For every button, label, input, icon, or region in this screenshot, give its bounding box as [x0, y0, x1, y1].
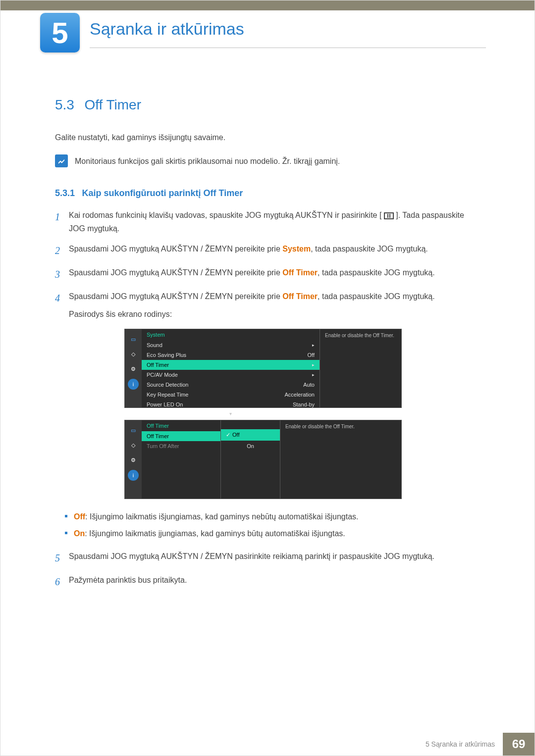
top-band — [0, 0, 535, 10]
section-number: 5.3 — [55, 97, 74, 113]
step-6: 6 Pažymėta parinktis bus pritaikyta. — [55, 573, 471, 590]
note-icon — [55, 154, 68, 167]
highlight: Off Timer — [282, 268, 318, 277]
osd-row-eco[interactable]: Eco Saving PlusOff — [142, 350, 320, 360]
step-text: Spausdami JOG mygtuką AUKŠTYN / ŽEMYN pe… — [69, 245, 282, 253]
osd-row-sound[interactable]: Sound▸ — [142, 340, 320, 350]
step-body: Spausdami JOG mygtuką AUKŠTYN / ŽEMYN pe… — [69, 290, 471, 320]
step-4: 4 Spausdami JOG mygtuką AUKŠTYN / ŽEMYN … — [55, 290, 471, 320]
section-heading: 5.3 Off Timer — [55, 97, 471, 113]
step-number: 6 — [55, 573, 69, 590]
highlight: Off — [74, 512, 85, 521]
step-body: Kai rodomas funkcinių klavišų vadovas, s… — [69, 208, 471, 235]
osd-row-offtimer[interactable]: Off Timer▸ — [142, 360, 320, 370]
step-number: 1 — [55, 208, 69, 235]
osd-row-keyrepeat[interactable]: Key Repeat TimeAcceleration — [142, 390, 320, 400]
step-5: 5 Spausdami JOG mygtuką AUKŠTYN / ŽEMYN … — [55, 550, 471, 566]
osd-menu: System Sound▸ Eco Saving PlusOff Off Tim… — [142, 329, 320, 407]
osd-screenshot-system: ▭ ◇ ⚙ i System Sound▸ Eco Saving PlusOff… — [124, 329, 402, 408]
bullet-on: On: Išjungimo laikmatis įjungiamas, kad … — [65, 528, 471, 540]
chapter-number: 5 — [52, 16, 68, 50]
highlight: System — [282, 245, 311, 253]
step-body: Spausdami JOG mygtuką AUKŠTYN / ŽEMYN pe… — [69, 242, 471, 259]
step-body: Spausdami JOG mygtuką AUKŠTYN / ŽEMYN pa… — [69, 550, 471, 566]
steps-list-cont: 5 Spausdami JOG mygtuką AUKŠTYN / ŽEMYN … — [55, 550, 471, 590]
step-number: 3 — [55, 266, 69, 283]
chapter-number-badge: 5 — [40, 13, 80, 52]
osd-row-source[interactable]: Source DetectionAuto — [142, 380, 320, 390]
bullet-text: : Išjungimo laikmatis įjungiamas, kad ga… — [85, 529, 345, 538]
page-number: 69 — [503, 733, 535, 756]
osd-sidebar: ▭ ◇ ⚙ i — [125, 329, 142, 407]
osd-header: Off Timer — [142, 420, 220, 431]
osd-menu: Off Timer Off Timer Turn Off After — [142, 420, 221, 499]
info-icon: i — [128, 470, 139, 481]
intro-paragraph: Galite nustatyti, kad gaminys išsijungtų… — [55, 132, 471, 144]
section-title: Off Timer — [84, 97, 141, 113]
picture-icon: ◇ — [128, 440, 139, 451]
osd-screenshot-offtimer: ▭ ◇ ⚙ i Off Timer Off Timer Turn Off Aft… — [124, 420, 402, 499]
option-bullets: Off: Išjungimo laikmatis išjungiamas, ka… — [65, 511, 471, 540]
display-icon: ▭ — [128, 334, 139, 345]
footer-text: 5 Sąranka ir atkūrimas — [418, 733, 503, 756]
note-text: Monitoriaus funkcijos gali skirtis prikl… — [75, 154, 340, 167]
steps-list: 1 Kai rodomas funkcinių klavišų vadovas,… — [55, 208, 471, 321]
osd-submenu: ✓Off On — [221, 420, 280, 499]
check-icon: ✓ — [226, 432, 230, 438]
chapter-title: Sąranka ir atkūrimas — [90, 19, 486, 48]
step-3: 3 Spausdami JOG mygtuką AUKŠTYN / ŽEMYN … — [55, 266, 471, 283]
page-footer: 5 Sąranka ir atkūrimas 69 — [0, 733, 535, 756]
content-area: 5.3 Off Timer Galite nustatyti, kad gami… — [55, 97, 471, 597]
step-body: Pažymėta parinktis bus pritaikyta. — [69, 573, 471, 590]
page: 5 Sąranka ir atkūrimas 5.3 Off Timer Gal… — [0, 0, 535, 756]
note-block: Monitoriaus funkcijos gali skirtis prikl… — [55, 154, 471, 167]
settings-icon: ⚙ — [128, 364, 139, 375]
osd-row-turnoffafter[interactable]: Turn Off After — [142, 441, 220, 451]
osd-option-on[interactable]: On — [221, 441, 280, 452]
osd-row-pcav[interactable]: PC/AV Mode▸ — [142, 370, 320, 380]
osd-header: System — [142, 329, 320, 340]
osd-description: Enable or disable the Off Timer. — [280, 420, 401, 499]
step-text: , tada paspauskite JOG mygtuką. — [318, 268, 435, 277]
highlight: Off Timer — [282, 292, 318, 301]
osd-row-powerled[interactable]: Power LED OnStand-by — [142, 400, 320, 409]
step-text: Spausdami JOG mygtuką AUKŠTYN / ŽEMYN pe… — [69, 268, 282, 277]
menu-icon — [384, 212, 394, 219]
step-text: Kai rodomas funkcinių klavišų vadovas, s… — [69, 211, 381, 219]
step-text: , tada paspauskite JOG mygtuką. — [318, 292, 435, 301]
subsection-title: Kaip sukonfigūruoti parinktį Off Timer — [82, 188, 243, 198]
display-icon: ▭ — [128, 425, 139, 436]
step-text: Spausdami JOG mygtuką AUKŠTYN / ŽEMYN pe… — [69, 292, 282, 301]
step-number: 5 — [55, 550, 69, 566]
bullet-off: Off: Išjungimo laikmatis išjungiamas, ka… — [65, 511, 471, 523]
step-number: 4 — [55, 290, 69, 320]
info-icon: i — [128, 379, 139, 390]
osd-option-off[interactable]: ✓Off — [221, 429, 280, 441]
osd-description: Enable or disable the Off Timer. — [320, 329, 401, 407]
step-text: , tada paspauskite JOG mygtuką. — [311, 245, 428, 253]
subsection-heading: 5.3.1 Kaip sukonfigūruoti parinktį Off T… — [55, 188, 471, 199]
settings-icon: ⚙ — [128, 455, 139, 466]
step-1: 1 Kai rodomas funkcinių klavišų vadovas,… — [55, 208, 471, 235]
osd-sub-spacer — [221, 420, 280, 429]
subsection-number: 5.3.1 — [55, 188, 75, 198]
osd-sidebar: ▭ ◇ ⚙ i — [125, 420, 142, 499]
step-number: 2 — [55, 242, 69, 259]
osd-row-offtimer[interactable]: Off Timer — [142, 431, 220, 441]
step-body: Spausdami JOG mygtuką AUKŠTYN / ŽEMYN pe… — [69, 266, 471, 283]
bullet-text: : Išjungimo laikmatis išjungiamas, kad g… — [85, 512, 358, 521]
highlight: On — [74, 529, 85, 538]
step-2: 2 Spausdami JOG mygtuką AUKŠTYN / ŽEMYN … — [55, 242, 471, 259]
osd-scroll-indicator: ▾ — [142, 409, 320, 418]
step-text: Pasirodys šis ekrano rodinys: — [69, 307, 471, 321]
picture-icon: ◇ — [128, 349, 139, 360]
